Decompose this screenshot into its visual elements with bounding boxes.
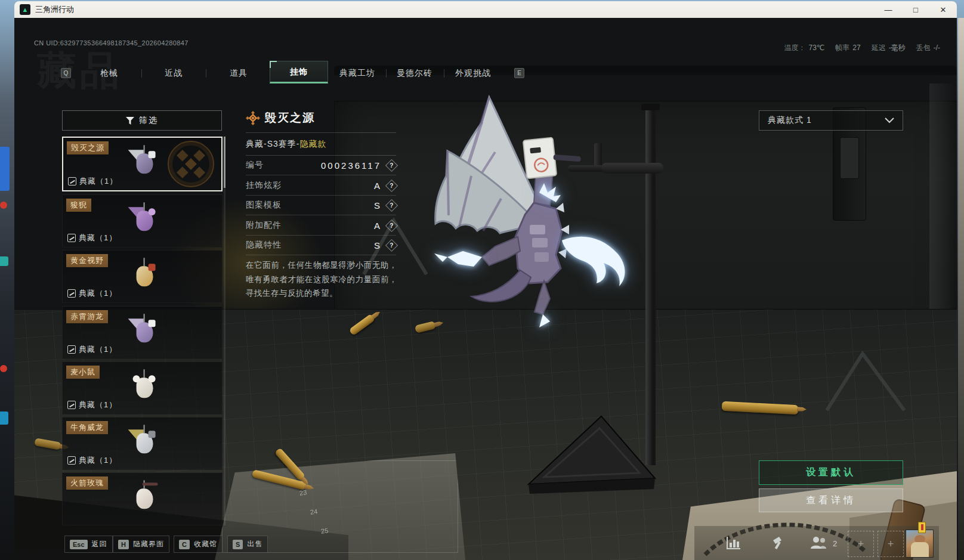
item-thumbnail xyxy=(126,480,162,519)
item-name-tag: 狻猊 xyxy=(66,199,91,212)
team-icon[interactable] xyxy=(808,532,829,553)
help-icon[interactable]: ? xyxy=(385,159,398,171)
detail-subtitle: 典藏-S3赛季-隐藏款 xyxy=(246,139,326,150)
tab-separator xyxy=(206,69,206,78)
collection-icon xyxy=(67,289,76,298)
help-icon[interactable]: ? xyxy=(385,179,398,191)
team-count: 2 xyxy=(833,539,837,548)
tab-collection-workshop[interactable]: 典藏工坊 xyxy=(325,66,390,81)
list-scrollbar-thumb[interactable] xyxy=(224,137,225,188)
collection-icon xyxy=(67,456,76,465)
desktop-edge xyxy=(958,18,964,560)
stat-latency: 延迟-毫秒 xyxy=(872,43,906,53)
stats-chart-icon[interactable] xyxy=(723,532,744,553)
hotkey-back[interactable]: Esc返回 xyxy=(64,536,113,553)
dragon-charm-figure xyxy=(412,81,644,331)
player-avatar[interactable] xyxy=(906,530,934,558)
detail-row-serial: 编号000236117 ? xyxy=(246,156,396,175)
desktop-icon-fragment xyxy=(0,256,8,266)
close-button[interactable]: ✕ xyxy=(929,1,957,18)
help-icon[interactable]: ? xyxy=(385,199,398,211)
detail-row-colorway: 挂饰炫彩A ? xyxy=(246,176,396,196)
desktop: ▲ 三角洲行动 — □ ✕ 23 24 25 xyxy=(0,0,964,560)
item-name-tag: 毁灭之源 xyxy=(67,141,109,154)
list-item-charm[interactable]: 牛角威龙 典藏（1） xyxy=(62,417,223,470)
hotkey-hide-ui[interactable]: H隐藏界面 xyxy=(113,536,169,553)
detail-row-pattern: 图案模板S ? xyxy=(246,196,396,215)
collection-diamond-icon xyxy=(246,111,260,125)
item-thumbnail xyxy=(126,425,162,464)
list-item-charm[interactable]: 狻猊 典藏（1） xyxy=(62,194,223,247)
chevron-down-icon xyxy=(885,117,894,123)
view-details-button[interactable]: 查看详情 xyxy=(759,488,903,512)
item-thumbnail xyxy=(126,202,162,242)
style-dropdown[interactable]: 典藏款式 1 xyxy=(759,110,903,131)
tab-appearance-challenge[interactable]: 外观挑战 xyxy=(440,66,506,81)
maximize-button[interactable]: □ xyxy=(902,1,929,18)
list-item-charm[interactable]: 赤霄游龙 典藏（1） xyxy=(62,306,223,359)
item-thumbnail xyxy=(126,258,162,297)
divider xyxy=(246,132,396,133)
uid-text: CN UID:63297735366498187345_202604280847 xyxy=(34,39,189,47)
hotkey-gallery[interactable]: C收藏馆 xyxy=(174,536,223,553)
detail-title: 毁灭之源 xyxy=(265,110,315,126)
stat-packet-loss: 丢包-/- xyxy=(916,43,940,53)
collection-icon xyxy=(67,401,76,409)
stand-base xyxy=(520,410,663,506)
ruler-number: 24 xyxy=(310,508,318,516)
item-name-tag: 赤霄游龙 xyxy=(66,310,108,323)
ruler-number: 23 xyxy=(299,488,307,497)
app-logo-icon: ▲ xyxy=(20,4,30,15)
tab-melee[interactable]: 近战 xyxy=(150,66,197,81)
list-item-charm[interactable]: 火箭玫瑰 xyxy=(62,472,223,525)
scene-case-latch-knob xyxy=(840,137,859,179)
desktop-icon-fragment xyxy=(0,147,10,191)
detail-row-hidden-trait: 隐藏特性S ? xyxy=(246,236,396,255)
tab-gear[interactable]: 道具 xyxy=(215,66,262,81)
tab-mandel-brick[interactable]: 曼德尔砖 xyxy=(382,66,447,81)
hotkey-sell[interactable]: S出售 xyxy=(227,536,268,553)
invite-slot-button[interactable]: + xyxy=(878,531,904,557)
minimize-button[interactable]: — xyxy=(875,1,902,18)
tab-prev-key-badge: Q xyxy=(61,68,71,78)
notification-dot xyxy=(0,202,7,209)
item-thumbnail xyxy=(126,369,162,409)
stat-fps: 帧率27 xyxy=(835,43,860,53)
list-item-charm[interactable]: 毁灭之源 典藏（1） xyxy=(62,137,223,191)
invite-slot-button[interactable]: + xyxy=(848,531,874,557)
item-name-tag: 牛角威龙 xyxy=(66,421,108,434)
scene-chevron-mark xyxy=(821,345,910,416)
tab-charms[interactable]: 挂饰 xyxy=(270,64,328,80)
set-default-button[interactable]: 设置默认 xyxy=(759,460,903,485)
notification-dot xyxy=(0,365,7,372)
collection-badge: 典藏（1） xyxy=(67,455,117,466)
avatar-rank-badge xyxy=(918,522,926,533)
window-title: 三角洲行动 xyxy=(35,4,74,15)
collection-badge: 典藏（1） xyxy=(67,288,117,299)
collection-icon xyxy=(67,345,76,354)
list-item-charm[interactable]: 黄金视野 典藏（1） xyxy=(62,250,223,303)
help-icon[interactable]: ? xyxy=(385,239,398,251)
perf-stats: 温度：73℃ 帧率27 延迟-毫秒 丢包-/- xyxy=(784,43,940,53)
filter-label: 筛选 xyxy=(139,115,158,126)
ruler-number: 25 xyxy=(320,527,329,535)
game-client: 23 24 25 xyxy=(14,18,957,560)
tab-firearms[interactable]: 枪械 xyxy=(85,66,133,81)
collection-badge: 典藏（1） xyxy=(67,344,117,355)
stat-temperature: 温度：73℃ xyxy=(784,43,824,53)
list-item-charm[interactable]: 麦小鼠 典藏（1） xyxy=(62,361,223,414)
list-scrollbar-track[interactable] xyxy=(224,137,225,525)
filter-button[interactable]: 筛选 xyxy=(62,110,222,131)
collection-badge: 典藏（1） xyxy=(67,233,117,243)
item-name-tag: 黄金视野 xyxy=(66,254,108,267)
collection-icon xyxy=(68,177,76,185)
hidden-variant-label: 隐藏款 xyxy=(299,139,326,148)
desktop-icon-fragment xyxy=(0,412,8,425)
item-name-tag: 麦小鼠 xyxy=(66,366,100,379)
auction-hammer-icon[interactable] xyxy=(767,532,789,553)
collection-badge: 典藏（1） xyxy=(67,400,117,410)
help-icon[interactable]: ? xyxy=(385,219,398,231)
style-dropdown-value: 典藏款式 1 xyxy=(768,115,812,126)
window-titlebar: ▲ 三角洲行动 — □ ✕ xyxy=(14,1,957,18)
collection-emblem xyxy=(168,141,214,187)
